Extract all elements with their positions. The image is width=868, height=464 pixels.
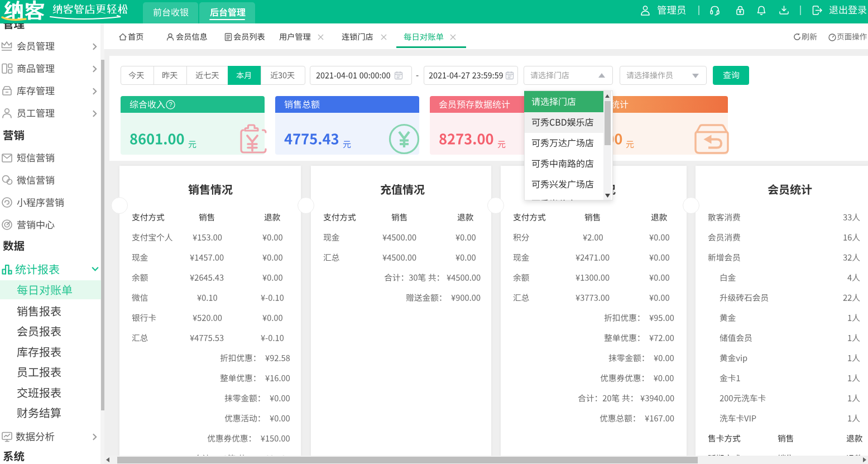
svg-text:?: ? <box>169 101 172 108</box>
